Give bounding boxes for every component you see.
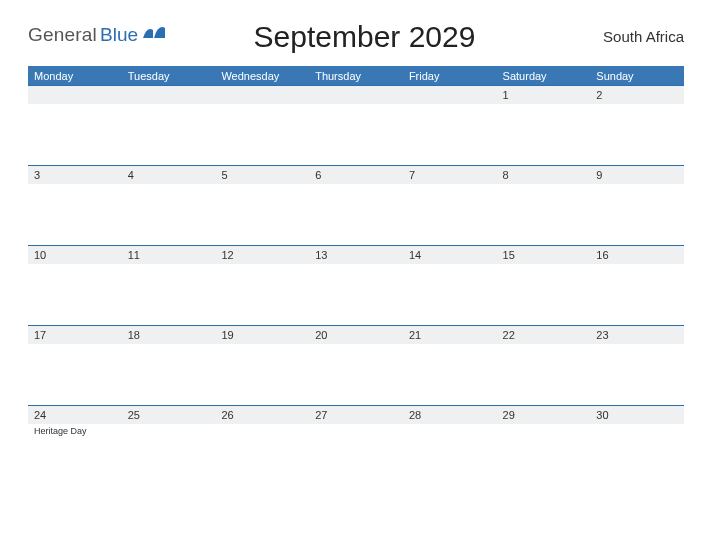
day-number: 24 [28, 405, 122, 424]
day-number: 9 [590, 165, 684, 184]
day-cell: 13 [309, 245, 403, 325]
day-number: 10 [28, 245, 122, 264]
day-number: 1 [497, 85, 591, 104]
day-number: 14 [403, 245, 497, 264]
day-number: 3 [28, 165, 122, 184]
day-cell: 6 [309, 165, 403, 245]
dow-tue: Tuesday [122, 67, 216, 85]
day-cell: 24Heritage Day [28, 405, 122, 485]
day-cell: 19 [215, 325, 309, 405]
day-number: 22 [497, 325, 591, 344]
day-cell: 7 [403, 165, 497, 245]
day-cell: 10 [28, 245, 122, 325]
day-cell [122, 85, 216, 165]
day-number [403, 85, 497, 104]
day-cell: 21 [403, 325, 497, 405]
day-cell: 29 [497, 405, 591, 485]
day-number: 18 [122, 325, 216, 344]
day-cell: 5 [215, 165, 309, 245]
day-number [122, 85, 216, 104]
dow-mon: Monday [28, 67, 122, 85]
day-cell [403, 85, 497, 165]
day-number [309, 85, 403, 104]
day-cell: 16 [590, 245, 684, 325]
day-cell [309, 85, 403, 165]
header: General Blue September 2029 South Africa [28, 18, 684, 54]
day-number: 30 [590, 405, 684, 424]
week-row: 10111213141516 [28, 245, 684, 325]
logo-text-blue: Blue [100, 24, 138, 46]
day-number: 2 [590, 85, 684, 104]
day-number: 13 [309, 245, 403, 264]
week-row: 3456789 [28, 165, 684, 245]
day-number: 16 [590, 245, 684, 264]
calendar: Monday Tuesday Wednesday Thursday Friday… [28, 66, 684, 485]
day-cell: 14 [403, 245, 497, 325]
day-number: 7 [403, 165, 497, 184]
day-cell: 18 [122, 325, 216, 405]
day-cell [28, 85, 122, 165]
week-row: 12 [28, 85, 684, 165]
day-number: 12 [215, 245, 309, 264]
day-number: 5 [215, 165, 309, 184]
day-number: 11 [122, 245, 216, 264]
dow-fri: Friday [403, 67, 497, 85]
logo: General Blue [28, 18, 165, 46]
day-number: 21 [403, 325, 497, 344]
day-cell [215, 85, 309, 165]
day-number: 8 [497, 165, 591, 184]
day-number: 29 [497, 405, 591, 424]
day-cell: 28 [403, 405, 497, 485]
day-cell: 3 [28, 165, 122, 245]
day-cell: 12 [215, 245, 309, 325]
logo-wave-icon [143, 24, 165, 44]
day-number: 25 [122, 405, 216, 424]
day-number: 19 [215, 325, 309, 344]
day-number: 6 [309, 165, 403, 184]
day-number [215, 85, 309, 104]
weeks-container: 123456789101112131415161718192021222324H… [28, 85, 684, 485]
day-cell: 23 [590, 325, 684, 405]
day-number: 20 [309, 325, 403, 344]
day-cell: 2 [590, 85, 684, 165]
week-row: 24Heritage Day252627282930 [28, 405, 684, 485]
dow-wed: Wednesday [215, 67, 309, 85]
region-label: South Africa [564, 18, 684, 45]
day-cell: 11 [122, 245, 216, 325]
day-cell: 25 [122, 405, 216, 485]
day-number: 17 [28, 325, 122, 344]
day-cell: 27 [309, 405, 403, 485]
dow-sat: Saturday [497, 67, 591, 85]
day-cell: 22 [497, 325, 591, 405]
day-cell: 8 [497, 165, 591, 245]
day-number: 15 [497, 245, 591, 264]
day-cell: 26 [215, 405, 309, 485]
day-number: 23 [590, 325, 684, 344]
dow-sun: Sunday [590, 67, 684, 85]
page-title: September 2029 [165, 18, 564, 54]
day-cell: 4 [122, 165, 216, 245]
event-label: Heritage Day [28, 424, 122, 436]
day-cell: 9 [590, 165, 684, 245]
dow-row: Monday Tuesday Wednesday Thursday Friday… [28, 66, 684, 85]
day-cell: 30 [590, 405, 684, 485]
day-number: 26 [215, 405, 309, 424]
day-cell: 20 [309, 325, 403, 405]
day-number [28, 85, 122, 104]
day-number: 4 [122, 165, 216, 184]
day-cell: 17 [28, 325, 122, 405]
logo-text-general: General [28, 24, 97, 46]
day-cell: 15 [497, 245, 591, 325]
day-number: 27 [309, 405, 403, 424]
week-row: 17181920212223 [28, 325, 684, 405]
day-number: 28 [403, 405, 497, 424]
day-cell: 1 [497, 85, 591, 165]
dow-thu: Thursday [309, 67, 403, 85]
